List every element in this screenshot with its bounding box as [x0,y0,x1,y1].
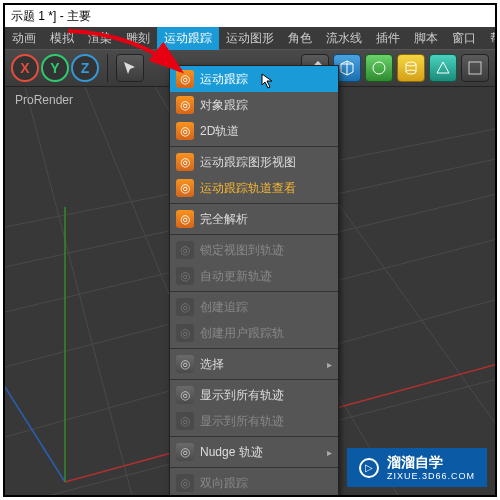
grid-icon [467,60,483,76]
menu-item[interactable]: ◎对象跟踪 [170,92,338,118]
menu-item[interactable]: ◎完全解析 [170,206,338,232]
menu-item-label: 锁定视图到轨迹 [200,242,284,259]
menu-item[interactable]: 流水线 [319,27,369,50]
menu-item[interactable]: 窗口 [445,27,483,50]
menu-item-label: 运动跟踪 [200,71,248,88]
submenu-arrow-icon: ▸ [327,359,332,370]
menu-item-label: 选择 [200,356,224,373]
menu-item-icon: ◎ [176,153,194,171]
menu-item[interactable]: 渲染 [81,27,119,50]
menu-item-icon: ◎ [176,267,194,285]
menu-item-label: 显示到所有轨迹 [200,387,284,404]
menu-item-label: 显示到所有轨迹 [200,413,284,430]
menu-item[interactable]: 动画 [5,27,43,50]
menu-separator [170,203,338,204]
menu-item-label: 运动跟踪轨道查看 [200,180,296,197]
primitive-cylinder-button[interactable] [397,54,425,82]
watermark-url: ZIXUE.3D66.COM [387,472,475,481]
menu-item: ◎创建追踪 [170,294,338,320]
menu-item[interactable]: ◎运动跟踪轨道查看 [170,175,338,201]
menu-item[interactable]: 运动图形 [219,27,281,50]
menu-item[interactable]: 模拟 [43,27,81,50]
menu-item-label: 双向跟踪 [200,475,248,492]
menu-item-icon: ◎ [176,241,194,259]
menu-item-label: 2D轨道 [200,123,239,140]
axis-group: X Y Z [11,54,99,82]
menu-item[interactable]: 运动跟踪 [157,27,219,50]
play-icon: ▷ [359,458,379,478]
menu-item-label: 对象跟踪 [200,97,248,114]
menu-item-icon: ◎ [176,179,194,197]
menu-item-icon: ◎ [176,474,194,492]
menu-item[interactable]: ◎运动跟踪图形视图 [170,149,338,175]
axis-y-button[interactable]: Y [41,54,69,82]
menu-item-label: 完全解析 [200,211,248,228]
app-window: 示题 1 *] - 主要 动画模拟渲染雕刻运动跟踪运动图形角色流水线插件脚本窗口… [3,3,497,497]
menu-item: ◎双向跟踪 [170,470,338,496]
menu-item-label: 创建追踪 [200,299,248,316]
menubar: 动画模拟渲染雕刻运动跟踪运动图形角色流水线插件脚本窗口帮助 [5,27,495,49]
menu-separator [170,234,338,235]
axis-x-button[interactable]: X [11,54,39,82]
menu-item-icon: ◎ [176,96,194,114]
menu-separator [170,146,338,147]
svg-point-0 [373,62,385,74]
svg-line-10 [25,87,135,495]
menu-item[interactable]: 插件 [369,27,407,50]
svg-point-1 [406,62,416,66]
primitive-sphere-button[interactable] [365,54,393,82]
menu-item: ◎锁定视图到轨迹 [170,237,338,263]
more-tool-button[interactable] [461,54,489,82]
menu-item-label: 创建用户跟踪轨 [200,325,284,342]
menu-item-icon: ◎ [176,386,194,404]
menu-item-icon: ◎ [176,122,194,140]
window-titlebar: 示题 1 *] - 主要 [5,5,495,27]
menu-item-label: Nudge 轨迹 [200,444,263,461]
menu-item: ◎创建用户跟踪轨 [170,320,338,346]
menu-item[interactable]: 雕刻 [119,27,157,50]
sphere-icon [371,60,387,76]
renderer-label: ProRender [15,93,73,107]
cylinder-icon [403,60,419,76]
watermark-brand: 溜溜自学 [387,454,475,472]
menu-separator [170,467,338,468]
menu-item-icon: ◎ [176,70,194,88]
menu-item-icon: ◎ [176,355,194,373]
menu-item[interactable]: 帮助 [483,27,497,50]
menu-item-icon: ◎ [176,210,194,228]
window-title: 示题 1 *] - 主要 [11,9,91,23]
menu-item: ◎显示到所有轨迹 [170,408,338,434]
watermark: ▷ 溜溜自学 ZIXUE.3D66.COM [347,448,487,487]
svg-rect-3 [469,62,481,74]
menu-separator [170,348,338,349]
menu-item[interactable]: ◎Nudge 轨迹▸ [170,439,338,465]
submenu-arrow-icon: ▸ [327,447,332,458]
menu-item-icon: ◎ [176,324,194,342]
cursor-tool-icon [122,60,138,76]
cube-icon [339,60,355,76]
svg-point-2 [406,70,416,74]
motion-tracking-menu: ◎运动跟踪◎对象跟踪◎2D轨道◎运动跟踪图形视图◎运动跟踪轨道查看◎完全解析◎锁… [169,65,339,497]
menu-separator [170,379,338,380]
menu-item[interactable]: 角色 [281,27,319,50]
menu-item[interactable]: ◎运动跟踪 [170,66,338,92]
menu-item-label: 运动跟踪图形视图 [200,154,296,171]
tool-button[interactable] [116,54,144,82]
cone-icon [435,60,451,76]
menu-item[interactable]: ◎显示到所有轨迹 [170,382,338,408]
menu-item: ◎自动更新轨迹 [170,263,338,289]
axis-z-button[interactable]: Z [71,54,99,82]
toolbar-separator [107,54,108,82]
menu-item: ◎向前跟踪 [170,496,338,497]
menu-separator [170,436,338,437]
menu-item-icon: ◎ [176,298,194,316]
menu-item-icon: ◎ [176,443,194,461]
primitive-cone-button[interactable] [429,54,457,82]
menu-item-icon: ◎ [176,412,194,430]
menu-item-label: 自动更新轨迹 [200,268,272,285]
menu-separator [170,291,338,292]
menu-item[interactable]: 脚本 [407,27,445,50]
menu-item[interactable]: ◎选择▸ [170,351,338,377]
menu-item[interactable]: ◎2D轨道 [170,118,338,144]
